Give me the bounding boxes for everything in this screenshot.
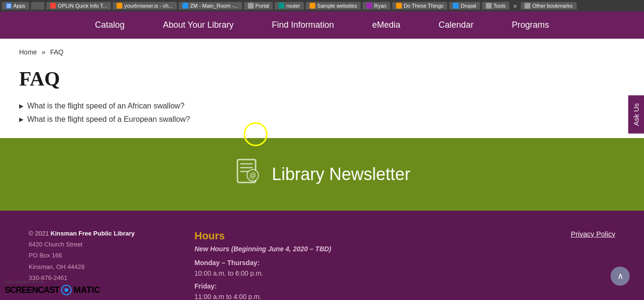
tab-other-bookmarks[interactable]: Other bookmarks (521, 2, 576, 10)
faq-title: FAQ (19, 67, 625, 90)
footer-copyright: © 2021 Kinsman Free Public Library (29, 230, 156, 237)
tab-router[interactable]: router (275, 2, 304, 10)
faq-link-2[interactable]: What is the flight speed of a European s… (27, 115, 190, 124)
faq-item-1[interactable]: ▶ What is the flight speed of an African… (19, 102, 625, 110)
zoom-tab-icon (182, 3, 188, 9)
nav-programs[interactable]: Programs (493, 11, 568, 39)
tab-portal[interactable]: Portal (244, 2, 273, 10)
tools-tab-icon (486, 3, 492, 9)
newsletter-title: Library Newsletter (272, 164, 410, 184)
portal-tab-icon (248, 3, 254, 9)
ryan-tab-icon (366, 3, 372, 9)
screencast-dot-icon (64, 288, 68, 292)
other-bookmarks-icon (525, 3, 530, 9)
breadcrumb-separator: » (42, 48, 45, 56)
screencast-watermark: RECORDED WITH SCREENCAST MATIC (5, 280, 100, 295)
faq-arrow-2: ▶ (19, 116, 23, 123)
breadcrumb-current: FAQ (50, 48, 64, 56)
globe-tab-icon (35, 3, 41, 9)
tab-dothese[interactable]: Do These Things (392, 2, 447, 10)
newsletter-section[interactable]: @ Library Newsletter (0, 138, 644, 211)
screencast-circle-icon (61, 285, 72, 295)
nav-find[interactable]: Find Information (253, 11, 353, 39)
tab-oplin[interactable]: OPLIN Quick Info T... (46, 2, 111, 10)
sample-tab-icon (310, 3, 315, 9)
tab-zoom[interactable]: ZM - Main_Room -... (179, 2, 242, 10)
faq-link-1[interactable]: What is the flight speed of an African s… (27, 102, 184, 110)
nav-about[interactable]: About Your Library (144, 11, 253, 39)
breadcrumb: Home » FAQ (19, 48, 625, 56)
router-tab-icon (279, 3, 284, 9)
oplin-tab-icon (50, 3, 56, 9)
faq-item-2[interactable]: ▶ What is the flight speed of a European… (19, 115, 625, 124)
tab-apps[interactable]: ⊞ Apps (2, 2, 29, 10)
main-content: Home » FAQ FAQ ▶ What is the flight spee… (0, 39, 644, 138)
drupal-tab-icon (453, 3, 459, 9)
footer-hours-col: Hours New Hours (Beginning June 4, 2020 … (194, 230, 450, 300)
newsletter-icon: @ (234, 157, 262, 192)
tab-more[interactable]: » (511, 2, 519, 10)
nav-calendar[interactable]: Calendar (419, 11, 493, 39)
footer-hours-note: New Hours (Beginning June 4, 2020 – TBD) (194, 245, 450, 253)
ask-us-tab[interactable]: Ask Us (628, 96, 644, 134)
dothese-tab-icon (396, 3, 402, 9)
footer-hours-fri: Friday: 11:00 a.m to 4:00 p.m. (194, 281, 450, 300)
browser-tab-icon (117, 3, 122, 9)
nav-emedia[interactable]: eMedia (353, 11, 419, 39)
privacy-policy-link[interactable]: Privacy Policy (571, 230, 615, 238)
tab-ryan[interactable]: Ryan (363, 2, 390, 10)
tab-drupal[interactable]: Drupal (449, 2, 480, 10)
screencast-recorded-label: RECORDED WITH SCREENCAST MATIC (5, 280, 100, 295)
footer-privacy-col: Privacy Policy (488, 230, 615, 300)
breadcrumb-home[interactable]: Home (19, 48, 37, 56)
svg-text:@: @ (249, 171, 256, 179)
nav-catalog[interactable]: Catalog (76, 11, 144, 39)
apps-tab-icon: ⊞ (6, 3, 11, 9)
footer-hours-title: Hours (194, 230, 450, 242)
back-to-top-button[interactable]: ∧ (611, 267, 630, 286)
tab-globe[interactable] (31, 2, 44, 10)
faq-arrow-1: ▶ (19, 103, 23, 109)
tab-browser[interactable]: yourbrowser.is - ch... (113, 2, 176, 10)
tab-sample[interactable]: Sample websites (306, 2, 361, 10)
footer-hours-mon-thu: Monday – Thursday: 10:00 a.m. to 6:00 p.… (194, 257, 450, 279)
content-wrapper: Home » FAQ FAQ ▶ What is the flight spee… (0, 39, 644, 138)
browser-chrome: ⊞ Apps OPLIN Quick Info T... yourbrowser… (0, 0, 644, 11)
footer-address: 6420 Church Street PO Box 166 Kinsman, O… (29, 239, 156, 284)
main-navigation: Catalog About Your Library Find Informat… (0, 11, 644, 39)
tab-tools[interactable]: Tools (482, 2, 510, 10)
